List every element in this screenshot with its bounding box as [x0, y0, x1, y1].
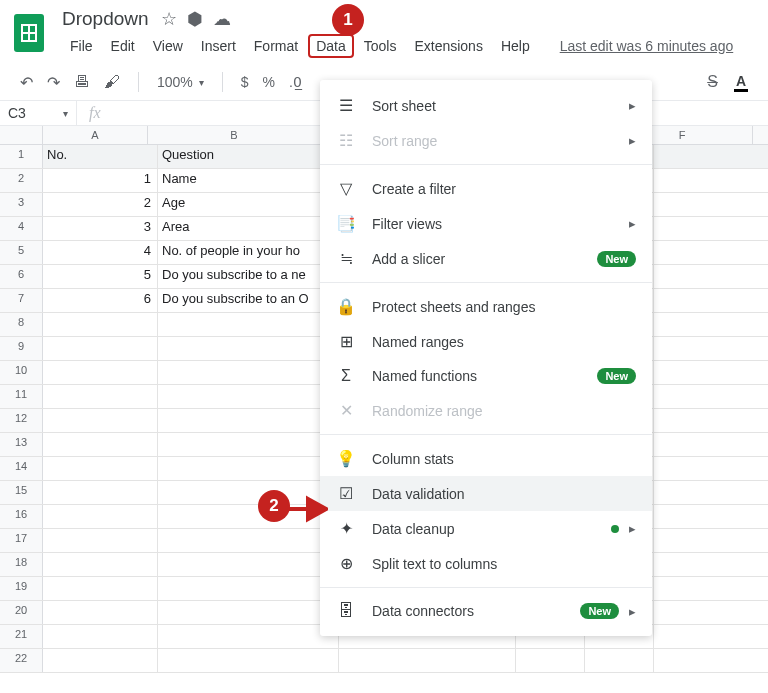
menu-file[interactable]: File: [62, 34, 101, 58]
cell[interactable]: 2: [43, 193, 158, 216]
row-header[interactable]: 18: [0, 553, 43, 576]
undo-icon[interactable]: ↶: [20, 73, 33, 92]
cell[interactable]: [654, 577, 768, 600]
cell[interactable]: [158, 529, 339, 552]
menu-extensions[interactable]: Extensions: [406, 34, 490, 58]
cell[interactable]: [654, 601, 768, 624]
cell[interactable]: [43, 529, 158, 552]
cell[interactable]: [654, 313, 768, 336]
cell[interactable]: [158, 433, 339, 456]
cell[interactable]: [43, 553, 158, 576]
cell[interactable]: [654, 193, 768, 216]
cell[interactable]: [158, 337, 339, 360]
name-box[interactable]: C3▾: [0, 101, 77, 125]
cell[interactable]: [43, 601, 158, 624]
menu-create-filter[interactable]: ▽ Create a filter: [320, 171, 652, 206]
menu-format[interactable]: Format: [246, 34, 306, 58]
cell[interactable]: [43, 313, 158, 336]
cell[interactable]: Name: [158, 169, 339, 192]
menu-data[interactable]: Data: [308, 34, 354, 58]
cell[interactable]: [158, 361, 339, 384]
row-header[interactable]: 11: [0, 385, 43, 408]
cloud-icon[interactable]: ☁: [213, 8, 231, 30]
cell[interactable]: [43, 625, 158, 648]
row-header[interactable]: 9: [0, 337, 43, 360]
row-header[interactable]: 21: [0, 625, 43, 648]
cell[interactable]: Age: [158, 193, 339, 216]
row-header[interactable]: 1: [0, 145, 43, 168]
row-header[interactable]: 12: [0, 409, 43, 432]
cell[interactable]: [654, 217, 768, 240]
cell[interactable]: [654, 385, 768, 408]
cell[interactable]: [158, 625, 339, 648]
move-icon[interactable]: ⬢: [187, 8, 203, 30]
cell[interactable]: No. of people in your ho: [158, 241, 339, 264]
cell[interactable]: [43, 361, 158, 384]
cell[interactable]: [43, 457, 158, 480]
row-header[interactable]: 19: [0, 577, 43, 600]
cell[interactable]: [516, 649, 585, 672]
menu-view[interactable]: View: [145, 34, 191, 58]
cell[interactable]: Do you subscribe to an O: [158, 289, 339, 312]
cell[interactable]: [654, 409, 768, 432]
cell[interactable]: 5: [43, 265, 158, 288]
cell[interactable]: [158, 457, 339, 480]
row-header[interactable]: 13: [0, 433, 43, 456]
row-header[interactable]: 10: [0, 361, 43, 384]
cell[interactable]: 3: [43, 217, 158, 240]
star-icon[interactable]: ☆: [161, 8, 177, 30]
percent-icon[interactable]: %: [263, 74, 275, 90]
menu-edit[interactable]: Edit: [103, 34, 143, 58]
cell[interactable]: [654, 361, 768, 384]
print-icon[interactable]: 🖶: [74, 73, 90, 91]
cell[interactable]: [654, 289, 768, 312]
cell[interactable]: [654, 505, 768, 528]
redo-icon[interactable]: ↷: [47, 73, 60, 92]
cell[interactable]: [158, 649, 339, 672]
cell[interactable]: [654, 433, 768, 456]
cell[interactable]: [158, 553, 339, 576]
row-header[interactable]: 20: [0, 601, 43, 624]
row-header[interactable]: 5: [0, 241, 43, 264]
cell[interactable]: [158, 577, 339, 600]
menu-protect-sheets[interactable]: 🔒 Protect sheets and ranges: [320, 289, 652, 324]
text-color-icon[interactable]: A: [734, 73, 748, 92]
paint-format-icon[interactable]: 🖌: [104, 73, 120, 91]
doc-title[interactable]: Dropdown: [62, 8, 149, 30]
menu-column-stats[interactable]: 💡 Column stats: [320, 441, 652, 476]
menu-tools[interactable]: Tools: [356, 34, 405, 58]
cell[interactable]: [585, 649, 654, 672]
col-header[interactable]: A: [43, 126, 148, 144]
menu-named-ranges[interactable]: ⊞ Named ranges: [320, 324, 652, 359]
cell[interactable]: No.: [43, 145, 158, 168]
cell[interactable]: Do you subscribe to a ne: [158, 265, 339, 288]
cell[interactable]: [654, 553, 768, 576]
row-header[interactable]: 2: [0, 169, 43, 192]
cell[interactable]: 1: [43, 169, 158, 192]
menu-add-slicer[interactable]: ≒ Add a slicer New: [320, 241, 652, 276]
menu-named-functions[interactable]: Σ Named functions New: [320, 359, 652, 393]
cell[interactable]: [654, 481, 768, 504]
row-header[interactable]: 3: [0, 193, 43, 216]
cell[interactable]: 4: [43, 241, 158, 264]
cell[interactable]: [158, 313, 339, 336]
currency-icon[interactable]: $: [241, 74, 249, 90]
cell[interactable]: [43, 649, 158, 672]
sheets-logo-icon[interactable]: [14, 14, 44, 52]
cell[interactable]: [43, 337, 158, 360]
menu-data-validation[interactable]: ☑ Data validation: [320, 476, 652, 511]
menu-data-cleanup[interactable]: ✦ Data cleanup ▸: [320, 511, 652, 546]
row-header[interactable]: 4: [0, 217, 43, 240]
cell[interactable]: [43, 409, 158, 432]
menu-insert[interactable]: Insert: [193, 34, 244, 58]
cell[interactable]: [654, 337, 768, 360]
decrease-decimal-icon[interactable]: .0̲: [289, 74, 302, 90]
menu-help[interactable]: Help: [493, 34, 538, 58]
cell[interactable]: [339, 649, 516, 672]
cell[interactable]: [158, 601, 339, 624]
cell[interactable]: [43, 505, 158, 528]
cell[interactable]: [654, 169, 768, 192]
row-header[interactable]: 14: [0, 457, 43, 480]
zoom-select[interactable]: 100% ▾: [157, 74, 204, 90]
row-header[interactable]: 15: [0, 481, 43, 504]
